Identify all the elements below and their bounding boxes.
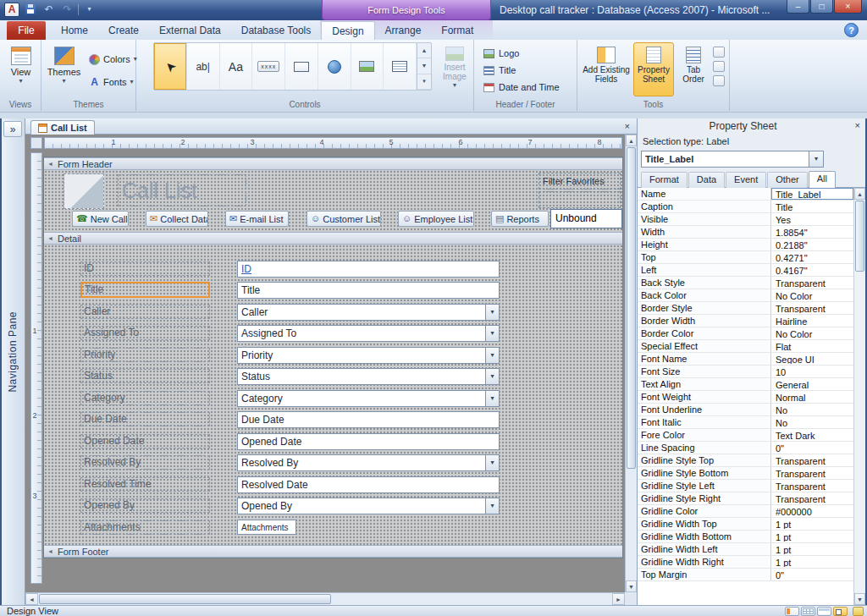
scroll-left-icon[interactable]: ◄ [25,593,38,605]
field-label[interactable]: Category [80,391,210,405]
property-value[interactable]: General [771,378,853,390]
field-control[interactable]: Resolved Date ▾ [237,476,500,493]
property-row[interactable]: Left 0.4167" [638,264,853,277]
canvas-horizontal-scrollbar[interactable]: ◄ ► [25,592,625,605]
property-row[interactable]: Font Weight Normal [638,391,853,404]
property-row[interactable]: Font Name Segoe UI [638,353,853,366]
ruler-corner[interactable] [30,137,42,149]
field-label[interactable]: Resolved By [80,455,210,470]
control-gallery-item[interactable]: ab| [187,43,220,90]
field-control[interactable]: Resolved By ▾ [237,454,500,471]
control-gallery-item[interactable] [318,43,351,90]
horizontal-scrollbar-thumb[interactable] [39,594,331,604]
combo-dropdown-icon[interactable]: ▾ [485,348,499,363]
property-value[interactable]: Transparent [771,480,853,492]
property-value[interactable]: 0.4167" [771,264,853,276]
property-row[interactable]: Gridline Style Left Transparent [638,480,853,492]
collect-data-button[interactable]: ✉ Collect Data [146,211,208,227]
canvas-vertical-scrollbar[interactable]: ▲ ▼ [625,135,637,592]
datasheet-view-button[interactable] [801,607,815,616]
file-tab[interactable]: File [7,21,46,40]
property-value[interactable]: Title [771,201,853,212]
property-row[interactable]: Gridline Width Top 1 pt [638,518,853,531]
field-control[interactable]: Status ▾ [237,368,500,385]
control-gallery-item[interactable] [285,43,318,90]
filter-favorites-control[interactable] [538,191,621,208]
undo-button[interactable]: ↶ [41,2,57,17]
design-view-button[interactable] [833,607,848,616]
tab-order-button[interactable]: Tab Order [676,42,711,96]
property-value[interactable]: 1 pt [771,518,853,530]
navigation-pane-collapsed[interactable]: » Navigation Pane [2,118,25,605]
property-value[interactable]: Flat [771,340,853,352]
property-row[interactable]: Visible Yes [638,213,853,226]
property-row[interactable]: Font Size 10 [638,366,853,378]
property-row[interactable]: Font Underline No [638,404,853,416]
qat-customize-dropdown-icon[interactable]: ▾ [81,2,97,17]
property-value[interactable]: Transparent [771,277,853,289]
form-logo-image[interactable] [64,173,104,209]
field-label[interactable]: Opened By [80,498,210,513]
field-label[interactable]: Title [80,282,210,298]
property-value[interactable]: 1.8854" [771,226,853,238]
employee-list-button[interactable]: ☺ Employee List [398,211,474,227]
customer-list-button[interactable]: ☺ Customer List [306,211,381,227]
property-row[interactable]: Special Effect Flat [638,340,853,353]
date-time-button[interactable]: Date and Time [481,80,562,95]
property-row[interactable]: Height 0.2188" [638,239,853,251]
field-control[interactable]: Category ▾ [237,390,500,407]
property-row[interactable]: Gridline Style Bottom Transparent [638,467,853,480]
combo-dropdown-icon[interactable]: ▾ [485,498,499,514]
document-close-icon[interactable]: × [625,121,630,131]
field-control[interactable]: Attachments ▾ [237,520,296,535]
property-value[interactable]: No [771,404,853,415]
tab-external-data[interactable]: External Data [149,21,231,40]
field-label[interactable]: Caller [80,305,210,319]
email-list-button[interactable]: ✉ E-mail List [225,211,289,227]
field-control[interactable]: Opened Date ▾ [237,433,500,450]
horizontal-ruler[interactable]: 1 2 3 4 5 6 7 8 [44,137,622,149]
save-button[interactable] [22,2,38,17]
field-control[interactable]: Due Date ▾ [237,411,500,428]
tab-design[interactable]: Design [321,21,374,41]
tab-format[interactable]: Format [431,21,483,40]
tab-data[interactable]: Data [688,172,725,188]
tab-database-tools[interactable]: Database Tools [231,21,322,40]
property-row[interactable]: Gridline Width Bottom 1 pt [638,531,853,543]
property-row[interactable]: Text Align General [638,378,853,391]
property-row[interactable]: Border Width Hairline [638,315,853,327]
help-button[interactable]: ? [844,23,859,37]
property-row[interactable]: Name Title_Label [638,188,853,201]
logo-button[interactable]: Logo [481,46,522,61]
control-gallery-item[interactable] [351,43,384,90]
fonts-button[interactable]: A Fonts ▾ [86,74,137,91]
field-label[interactable]: Attachments [80,520,210,535]
filter-favorites-label[interactable]: Filter Favorites [538,173,621,190]
maximize-button[interactable]: □ [810,0,833,14]
property-row[interactable]: Border Style Transparent [638,302,853,315]
property-value[interactable]: Text Dark [771,429,853,441]
call-list-tab[interactable]: Call List [30,120,95,135]
close-button[interactable]: × [834,0,862,14]
tab-all[interactable]: All [809,171,836,188]
property-value[interactable]: Yes [771,213,853,225]
tab-format[interactable]: Format [641,172,688,188]
field-control[interactable]: Caller ▾ [237,304,500,321]
tab-event[interactable]: Event [726,172,766,188]
property-row[interactable]: Fore Color Text Dark [638,429,853,442]
property-row[interactable]: Gridline Color #000000 [638,505,853,518]
property-row[interactable]: Gridline Style Right Transparent [638,492,853,505]
field-label[interactable]: Resolved Time [80,477,210,492]
property-sheet-button[interactable]: Property Sheet [633,42,674,96]
colors-button[interactable]: Colors ▾ [86,51,141,68]
property-value[interactable]: Segoe UI [771,353,853,365]
tab-other[interactable]: Other [767,172,808,188]
gallery-scroll-up-icon[interactable]: ▲ [417,43,431,58]
field-control[interactable]: ID ▾ [237,261,500,278]
property-value[interactable]: Hairline [771,315,853,327]
access-app-icon[interactable]: A [4,3,19,17]
property-value[interactable]: 1 pt [771,556,853,568]
form-view-button[interactable] [785,607,799,616]
property-value[interactable]: No Color [771,327,853,339]
detail-section-bar[interactable]: ◄ Detail [44,232,622,245]
